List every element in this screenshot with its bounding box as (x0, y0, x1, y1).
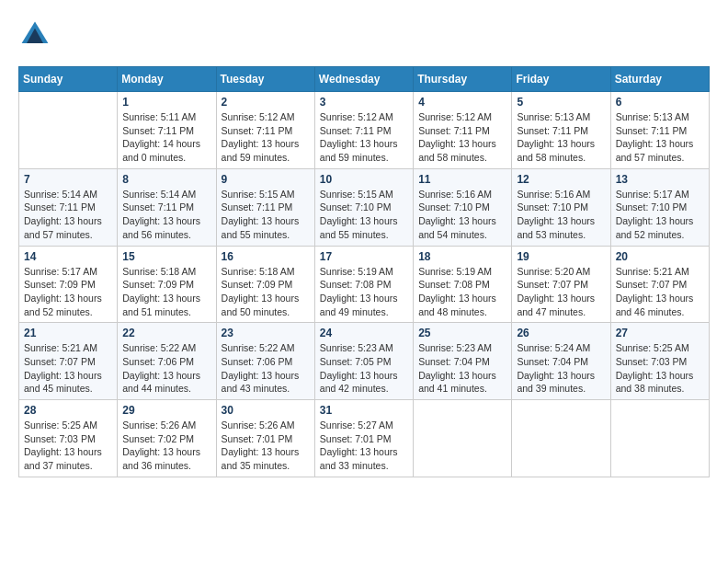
day-number: 9 (222, 173, 310, 186)
calendar-cell: 9Sunrise: 5:15 AMSunset: 7:11 PMDaylight… (216, 168, 314, 246)
calendar-cell (610, 400, 709, 477)
day-number: 1 (122, 96, 210, 109)
header-tuesday: Tuesday (216, 67, 314, 92)
day-number: 25 (418, 327, 506, 339)
calendar-cell: 14Sunrise: 5:17 AMSunset: 7:09 PMDayligh… (19, 246, 118, 323)
calendar-cell: 16Sunrise: 5:18 AMSunset: 7:09 PMDayligh… (216, 246, 314, 323)
day-info: Sunrise: 5:17 AMSunset: 7:09 PMDaylight:… (24, 265, 112, 319)
day-number: 17 (320, 250, 408, 263)
day-number: 4 (418, 96, 506, 109)
calendar-cell: 11Sunrise: 5:16 AMSunset: 7:10 PMDayligh… (414, 168, 512, 246)
day-number: 28 (24, 404, 112, 417)
day-number: 21 (24, 327, 112, 339)
day-number: 15 (122, 250, 210, 263)
header-thursday: Thursday (414, 67, 512, 92)
day-number: 19 (517, 250, 605, 263)
calendar-cell: 2Sunrise: 5:12 AMSunset: 7:11 PMDaylight… (216, 92, 314, 169)
calendar-cell: 25Sunrise: 5:23 AMSunset: 7:04 PMDayligh… (414, 323, 512, 400)
day-info: Sunrise: 5:12 AMSunset: 7:11 PMDaylight:… (222, 110, 310, 165)
calendar-cell: 4Sunrise: 5:12 AMSunset: 7:11 PMDaylight… (414, 92, 512, 169)
header-monday: Monday (118, 67, 216, 92)
calendar-cell: 7Sunrise: 5:14 AMSunset: 7:11 PMDaylight… (19, 168, 118, 246)
day-info: Sunrise: 5:14 AMSunset: 7:11 PMDaylight:… (122, 188, 210, 242)
calendar-cell: 5Sunrise: 5:13 AMSunset: 7:11 PMDaylight… (512, 92, 610, 169)
day-number: 26 (517, 327, 605, 339)
day-number: 14 (24, 250, 112, 263)
day-info: Sunrise: 5:24 AMSunset: 7:04 PMDaylight:… (517, 341, 605, 396)
header-friday: Friday (512, 67, 610, 92)
calendar-cell: 31Sunrise: 5:27 AMSunset: 7:01 PMDayligh… (314, 400, 413, 477)
day-info: Sunrise: 5:22 AMSunset: 7:06 PMDaylight:… (222, 341, 310, 396)
day-info: Sunrise: 5:16 AMSunset: 7:10 PMDaylight:… (418, 188, 506, 242)
calendar-cell: 10Sunrise: 5:15 AMSunset: 7:10 PMDayligh… (314, 168, 413, 246)
day-number: 10 (320, 173, 408, 186)
day-number: 29 (122, 404, 210, 417)
calendar-cell: 15Sunrise: 5:18 AMSunset: 7:09 PMDayligh… (118, 246, 216, 323)
logo (18, 18, 55, 52)
header-sunday: Sunday (19, 67, 118, 92)
logo-icon (18, 18, 51, 52)
day-number: 27 (616, 327, 704, 339)
day-info: Sunrise: 5:18 AMSunset: 7:09 PMDaylight:… (222, 265, 310, 319)
day-info: Sunrise: 5:26 AMSunset: 7:02 PMDaylight:… (122, 419, 210, 473)
calendar-week-5: 28Sunrise: 5:25 AMSunset: 7:03 PMDayligh… (19, 400, 710, 477)
calendar-header-row: SundayMondayTuesdayWednesdayThursdayFrid… (19, 67, 710, 92)
page-header (18, 18, 710, 52)
day-number: 11 (418, 173, 506, 186)
day-info: Sunrise: 5:17 AMSunset: 7:10 PMDaylight:… (616, 188, 704, 242)
day-number: 20 (616, 250, 704, 263)
calendar-cell (19, 92, 118, 169)
day-info: Sunrise: 5:15 AMSunset: 7:11 PMDaylight:… (222, 188, 310, 242)
day-info: Sunrise: 5:22 AMSunset: 7:06 PMDaylight:… (122, 341, 210, 396)
calendar-cell: 6Sunrise: 5:13 AMSunset: 7:11 PMDaylight… (610, 92, 709, 169)
calendar-cell: 30Sunrise: 5:26 AMSunset: 7:01 PMDayligh… (216, 400, 314, 477)
calendar-cell: 3Sunrise: 5:12 AMSunset: 7:11 PMDaylight… (314, 92, 413, 169)
day-number: 22 (122, 327, 210, 339)
day-number: 16 (222, 250, 310, 263)
calendar-cell (414, 400, 512, 477)
day-info: Sunrise: 5:20 AMSunset: 7:07 PMDaylight:… (517, 265, 605, 319)
day-info: Sunrise: 5:15 AMSunset: 7:10 PMDaylight:… (320, 188, 408, 242)
day-info: Sunrise: 5:19 AMSunset: 7:08 PMDaylight:… (320, 265, 408, 319)
day-info: Sunrise: 5:14 AMSunset: 7:11 PMDaylight:… (24, 188, 112, 242)
day-info: Sunrise: 5:11 AMSunset: 7:11 PMDaylight:… (122, 110, 210, 165)
calendar-cell: 12Sunrise: 5:16 AMSunset: 7:10 PMDayligh… (512, 168, 610, 246)
day-info: Sunrise: 5:13 AMSunset: 7:11 PMDaylight:… (616, 110, 704, 165)
day-number: 2 (222, 96, 310, 109)
calendar-week-1: 1Sunrise: 5:11 AMSunset: 7:11 PMDaylight… (19, 92, 710, 169)
day-info: Sunrise: 5:19 AMSunset: 7:08 PMDaylight:… (418, 265, 506, 319)
day-number: 5 (517, 96, 605, 109)
day-info: Sunrise: 5:25 AMSunset: 7:03 PMDaylight:… (616, 341, 704, 396)
calendar-cell: 17Sunrise: 5:19 AMSunset: 7:08 PMDayligh… (314, 246, 413, 323)
day-number: 31 (320, 404, 408, 417)
day-number: 7 (24, 173, 112, 186)
calendar-cell: 18Sunrise: 5:19 AMSunset: 7:08 PMDayligh… (414, 246, 512, 323)
day-info: Sunrise: 5:23 AMSunset: 7:04 PMDaylight:… (418, 341, 506, 396)
calendar-cell: 23Sunrise: 5:22 AMSunset: 7:06 PMDayligh… (216, 323, 314, 400)
calendar-cell: 1Sunrise: 5:11 AMSunset: 7:11 PMDaylight… (118, 92, 216, 169)
day-info: Sunrise: 5:12 AMSunset: 7:11 PMDaylight:… (418, 110, 506, 165)
calendar-table: SundayMondayTuesdayWednesdayThursdayFrid… (18, 66, 710, 477)
calendar-week-3: 14Sunrise: 5:17 AMSunset: 7:09 PMDayligh… (19, 246, 710, 323)
day-info: Sunrise: 5:26 AMSunset: 7:01 PMDaylight:… (222, 419, 310, 473)
day-number: 12 (517, 173, 605, 186)
day-number: 30 (222, 404, 310, 417)
day-info: Sunrise: 5:16 AMSunset: 7:10 PMDaylight:… (517, 188, 605, 242)
day-number: 18 (418, 250, 506, 263)
calendar-week-2: 7Sunrise: 5:14 AMSunset: 7:11 PMDaylight… (19, 168, 710, 246)
header-saturday: Saturday (610, 67, 709, 92)
calendar-cell: 28Sunrise: 5:25 AMSunset: 7:03 PMDayligh… (19, 400, 118, 477)
day-info: Sunrise: 5:18 AMSunset: 7:09 PMDaylight:… (122, 265, 210, 319)
calendar-cell: 13Sunrise: 5:17 AMSunset: 7:10 PMDayligh… (610, 168, 709, 246)
calendar-cell: 29Sunrise: 5:26 AMSunset: 7:02 PMDayligh… (118, 400, 216, 477)
day-number: 6 (616, 96, 704, 109)
day-info: Sunrise: 5:27 AMSunset: 7:01 PMDaylight:… (320, 419, 408, 473)
day-info: Sunrise: 5:13 AMSunset: 7:11 PMDaylight:… (517, 110, 605, 165)
day-number: 8 (122, 173, 210, 186)
calendar-cell: 22Sunrise: 5:22 AMSunset: 7:06 PMDayligh… (118, 323, 216, 400)
calendar-cell (512, 400, 610, 477)
day-number: 24 (320, 327, 408, 339)
day-info: Sunrise: 5:21 AMSunset: 7:07 PMDaylight:… (616, 265, 704, 319)
calendar-cell: 24Sunrise: 5:23 AMSunset: 7:05 PMDayligh… (314, 323, 413, 400)
calendar-cell: 21Sunrise: 5:21 AMSunset: 7:07 PMDayligh… (19, 323, 118, 400)
